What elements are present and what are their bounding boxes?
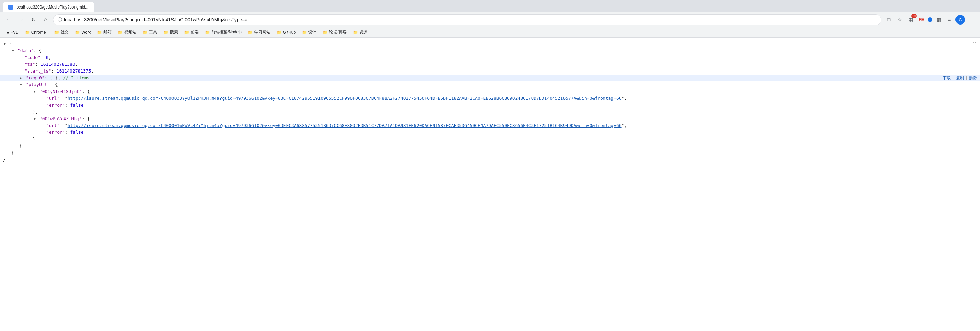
more-button[interactable]: ⋮: [966, 15, 976, 24]
bookmark-label: 工具: [149, 29, 157, 35]
url-link-song2[interactable]: http://isure.stream.qqmusic.qq.com/C4000…: [68, 122, 622, 129]
nav-right-icons: □ ☆ ▦ 19 FE ▩ ≡ C ⋮: [884, 15, 976, 24]
folder-icon: 📁: [302, 30, 307, 35]
bookmark-search[interactable]: 📁 搜索: [161, 28, 181, 36]
bookmark-learning[interactable]: 📁 学习网站: [245, 28, 273, 36]
bookmark-label: 前端框架/Nodejs: [211, 29, 242, 35]
json-line-13: "url" : "http://isure.stream.qqmusic.qq.…: [0, 122, 980, 129]
json-line-8: ▼ "001yNIo41SJjuC" : {: [0, 88, 980, 95]
back-button[interactable]: ←: [4, 15, 14, 24]
folder-icon: 📁: [118, 30, 123, 35]
security-icon: ⓘ: [57, 17, 62, 23]
badge-count: 19: [911, 14, 917, 18]
bookmark-label: FVD: [11, 30, 19, 35]
bookmark-label: 学习网站: [254, 29, 270, 35]
bookmark-tools[interactable]: 📁 工具: [140, 28, 160, 36]
bookmark-label: Chrome+: [31, 30, 48, 35]
json-line-4: "ts" : 1611402781380 ,: [0, 61, 980, 68]
bookmark-button[interactable]: ☆: [895, 15, 904, 24]
json-line-17: }: [0, 149, 980, 156]
menu-button[interactable]: ≡: [945, 15, 954, 24]
folder-icon: 📁: [54, 30, 59, 35]
address-input[interactable]: [64, 17, 877, 22]
folder-icon: 📁: [75, 30, 80, 35]
folder-icon: 📁: [143, 30, 148, 35]
json-line-16: }: [0, 143, 980, 149]
bookmark-chrome-plus[interactable]: 📁 Chrome+: [22, 29, 51, 36]
json-line-3: "code" : 0 ,: [0, 54, 980, 61]
bookmark-label: 视频站: [124, 29, 137, 35]
json-line-6: ▶ "req_0" : {…}, // 2 items 下载 | 复制 | 删除: [0, 75, 980, 82]
bookmark-label: 资源: [360, 29, 368, 35]
bookmark-label: GitHub: [283, 30, 296, 35]
action-buttons-req0: 下载 | 复制 | 删除: [943, 75, 977, 82]
collapse-arrow-req0[interactable]: ▶: [19, 76, 23, 80]
json-line-12: ▼ "001wPuVc4ZiMhj" : {: [0, 115, 980, 122]
folder-icon: 📁: [163, 30, 169, 35]
bookmark-label: 邮箱: [103, 29, 111, 35]
json-content-area: << ▼ { ▼ "data" : { "code" : 0 , "ts" : …: [0, 38, 980, 208]
json-line-14: "error" : false: [0, 129, 980, 136]
bookmark-forum[interactable]: 📁 论坛/博客: [320, 28, 349, 36]
json-line-2: ▼ "data" : {: [0, 47, 980, 54]
folder-icon: 📁: [25, 30, 30, 35]
bookmark-label: 前端: [191, 29, 199, 35]
bookmark-fvd[interactable]: ■ FVD: [4, 29, 21, 36]
nav-bar: ← → ↻ ⌂ ⓘ □ ☆ ▦ 19 FE ▩ ≡ C ⋮: [0, 12, 980, 27]
color-picker-button[interactable]: [928, 18, 932, 22]
bookmark-nodejs[interactable]: 📁 前端框架/Nodejs: [202, 28, 244, 36]
bookmarks-bar: ■ FVD 📁 Chrome+ 📁 社交 📁 Work 📁 邮箱 📁 视频站: [0, 27, 980, 37]
copy-action[interactable]: 复制: [956, 75, 964, 82]
bookmark-label: 设计: [308, 29, 317, 35]
bookmark-label: 社交: [60, 29, 69, 35]
bookmark-label: Work: [81, 30, 91, 35]
folder-icon: 📁: [184, 30, 189, 35]
home-button[interactable]: ⌂: [41, 15, 50, 24]
json-line-10: "error" : false: [0, 102, 980, 109]
bookmark-github[interactable]: 📁 GitHub: [274, 29, 298, 36]
json-line-1: ▼ {: [0, 40, 980, 47]
collapse-arrow-song1[interactable]: ▼: [33, 90, 37, 94]
bookmark-video[interactable]: 📁 视频站: [115, 28, 139, 36]
folder-icon: 📁: [97, 30, 102, 35]
bookmark-frontend[interactable]: 📁 前端: [181, 28, 202, 36]
bookmark-resources[interactable]: 📁 资源: [350, 28, 370, 36]
folder-icon: 📁: [277, 30, 282, 35]
active-tab[interactable]: localhost:3200/getMusicPlay?songmid...: [3, 2, 94, 12]
collapse-arrow-playurl[interactable]: ▼: [19, 83, 23, 87]
json-line-7: ▼ "playUrl" : {: [0, 82, 980, 88]
delete-action[interactable]: 删除: [969, 75, 977, 82]
folder-icon: 📁: [248, 30, 253, 35]
collapse-arrow-data[interactable]: ▼: [11, 49, 15, 53]
folder-icon: 📁: [353, 30, 358, 35]
bookmark-label: 论坛/博客: [329, 29, 347, 35]
download-action[interactable]: 下载: [943, 75, 951, 82]
url-link-song1[interactable]: http://isure.stream.qqmusic.qq.com/C4000…: [68, 95, 622, 102]
bookmark-label: 搜索: [170, 29, 178, 35]
bookmark-mail[interactable]: 📁 邮箱: [94, 28, 115, 36]
json-line-9: "url" : "http://isure.stream.qqmusic.qq.…: [0, 95, 980, 102]
fe-extension-button[interactable]: FE: [917, 15, 926, 24]
browser-chrome: localhost:3200/getMusicPlay?songmid... ←…: [0, 0, 980, 38]
extensions-badge: ▦ 19: [906, 15, 915, 24]
folder-icon: 📁: [323, 30, 328, 35]
tab-bar: localhost:3200/getMusicPlay?songmid...: [0, 0, 980, 12]
tab-title: localhost:3200/getMusicPlay?songmid...: [16, 5, 89, 10]
collapse-arrow-song2[interactable]: ▼: [33, 117, 37, 121]
address-bar-container: ⓘ: [53, 14, 881, 25]
collapse-arrow-root[interactable]: ▼: [3, 42, 7, 46]
screen-capture-button[interactable]: □: [884, 15, 894, 24]
bookmark-work[interactable]: 📁 Work: [72, 29, 94, 36]
folder-icon: 📁: [205, 30, 210, 35]
tab-favicon: [8, 5, 13, 10]
puzzle-button[interactable]: ▩: [934, 15, 943, 24]
json-line-5: "start_ts" : 1611402781375 ,: [0, 68, 980, 75]
profile-button[interactable]: C: [956, 15, 965, 24]
json-line-18: }: [0, 156, 980, 163]
bookmark-social[interactable]: 📁 社交: [51, 28, 72, 36]
forward-button[interactable]: →: [16, 15, 26, 24]
bookmark-design[interactable]: 📁 设计: [299, 28, 319, 36]
json-line-11: },: [0, 109, 980, 115]
fvd-icon: ■: [7, 30, 9, 34]
reload-button[interactable]: ↻: [29, 15, 38, 24]
